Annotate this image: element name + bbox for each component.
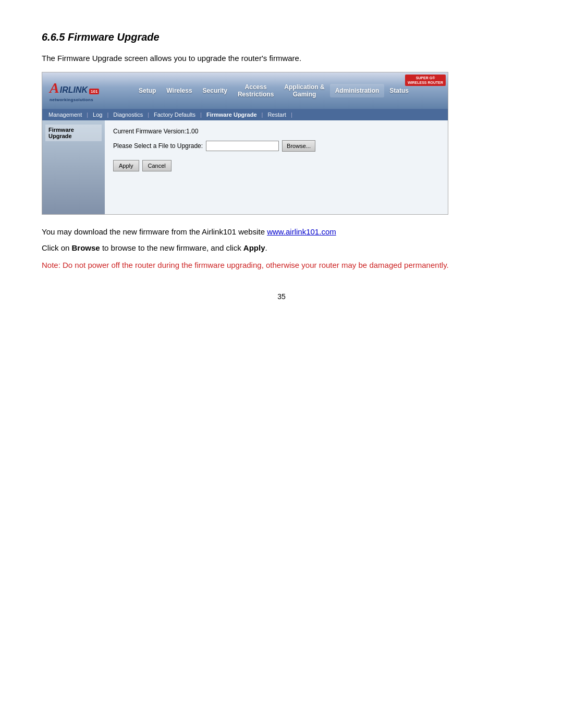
section-title: 6.6.5 Firmware Upgrade (42, 31, 521, 43)
subnav-diagnostics[interactable]: Diagnostics (109, 110, 147, 119)
sidebar-firmware-upgrade[interactable]: Firmware Upgrade (45, 125, 102, 141)
firmware-version-info: Current Firmware Version:1.00 (113, 128, 439, 135)
file-select-label: Please Select a File to Upgrade: (113, 142, 203, 150)
logo-irlink: IRLINK (60, 85, 88, 95)
nav-application-gaming[interactable]: Application &Gaming (279, 80, 329, 102)
file-input[interactable] (206, 141, 279, 151)
super-g-badge: SUPER G®WIRELESS ROUTER (405, 75, 446, 86)
firmware-version-label: Current Firmware Version: (113, 128, 186, 135)
router-logo: A IRLINK 101 networkingsolutions (42, 76, 110, 106)
subnav-factory-defaults[interactable]: Factory Defaults (150, 110, 200, 119)
browse-bold: Browse (72, 243, 100, 252)
firmware-version-value: 1.00 (186, 128, 198, 135)
router-sidebar: Firmware Upgrade (42, 120, 105, 214)
subnav-restart[interactable]: Restart (263, 110, 290, 119)
body-text-2-suffix: . (265, 243, 267, 252)
router-topnav: A IRLINK 101 networkingsolutions Setup W… (42, 72, 448, 109)
nav-wireless[interactable]: Wireless (161, 84, 197, 97)
nav-access-restrictions[interactable]: AccessRestrictions (232, 80, 279, 102)
router-subnav: Management | Log | Diagnostics | Factory… (42, 109, 448, 120)
logo-101: 101 (89, 89, 99, 94)
logo-a-icon: A (50, 80, 59, 96)
router-content: Firmware Upgrade Current Firmware Versio… (42, 120, 448, 214)
browse-button[interactable]: Browse... (282, 140, 315, 152)
logo-networking: networkingsolutions (50, 97, 93, 102)
body-text-1-prefix: You may download the new firmware from t… (42, 227, 267, 236)
subnav-log[interactable]: Log (89, 110, 106, 119)
apply-bold: Apply (243, 243, 265, 252)
cancel-button[interactable]: Cancel (142, 160, 172, 171)
router-main-content: Current Firmware Version:1.00 Please Sel… (105, 120, 448, 214)
action-row: Apply Cancel (113, 160, 439, 171)
body-text-1: You may download the new firmware from t… (42, 227, 521, 236)
body-text-2-prefix: Click on (42, 243, 72, 252)
intro-text: The Firmware Upgrade screen allows you t… (42, 54, 521, 63)
note-text: Note: Do not power off the router during… (42, 260, 521, 272)
page-number: 35 (42, 292, 521, 301)
subnav-sep6: | (290, 112, 293, 118)
nav-security[interactable]: Security (198, 84, 232, 97)
subnav-management[interactable]: Management (44, 110, 86, 119)
file-select-row: Please Select a File to Upgrade: Browse.… (113, 140, 439, 152)
router-main-nav: Setup Wireless Security AccessRestrictio… (110, 80, 448, 102)
body-text-2-mid: to browse to the new firmware, and click (100, 243, 243, 252)
apply-button[interactable]: Apply (113, 160, 139, 171)
airlink-link[interactable]: www.airlink101.com (267, 227, 336, 236)
nav-administration[interactable]: Administration (330, 84, 385, 97)
nav-setup[interactable]: Setup (133, 84, 161, 97)
router-ui-container: A IRLINK 101 networkingsolutions Setup W… (42, 72, 448, 215)
body-text-2: Click on Browse to browse to the new fir… (42, 243, 521, 252)
subnav-firmware-upgrade[interactable]: Firmware Upgrade (202, 110, 261, 119)
